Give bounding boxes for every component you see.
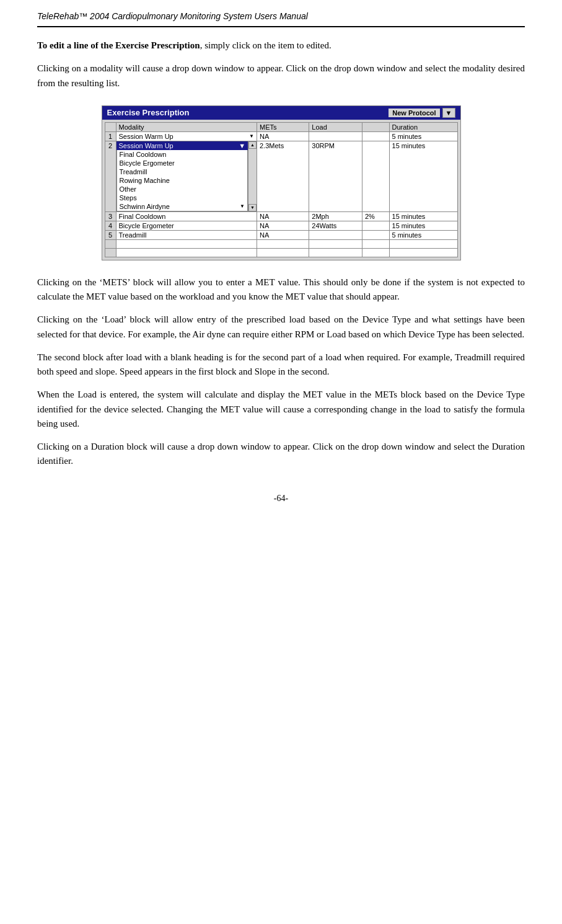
duration-cell-3[interactable]: 15 minutes — [389, 211, 457, 221]
dropdown-selected-text: Session Warm Up — [119, 142, 173, 149]
mets-cell-5[interactable]: NA — [257, 230, 309, 239]
modality-cell-5[interactable]: Treadmill — [116, 230, 257, 239]
col-header-load: Load — [309, 122, 362, 131]
protocol-label: New Protocol — [389, 109, 439, 117]
table-row-empty-2 — [105, 248, 457, 257]
load2-cell-4[interactable] — [362, 221, 389, 230]
row-num-1: 1 — [105, 131, 116, 141]
dropdown-item-rowing[interactable]: Rowing Machine — [117, 176, 248, 185]
load2-cell-1[interactable] — [362, 131, 389, 141]
table-row: 2 Session Warm Up ▼ Fin — [105, 141, 457, 211]
load-cell-1[interactable] — [309, 131, 362, 141]
dropdown-arrow-1[interactable]: ▼ — [249, 133, 254, 139]
load2-cell-2[interactable] — [362, 141, 389, 211]
page-header: TeleRehab™ 2004 Cardiopulmonary Monitori… — [37, 11, 525, 21]
modality-scrollbar: ▲ ▼ — [248, 141, 257, 211]
table-row: 3 Final Cooldown NA 2Mph 2% 15 minutes — [105, 211, 457, 221]
exercise-prescription-box: Exercise Prescription New Protocol ▼ Mod… — [102, 105, 461, 260]
table-row-empty-1 — [105, 239, 457, 248]
row-num-4: 4 — [105, 221, 116, 230]
p1-rest: , simply click on the item to edited. — [200, 40, 331, 50]
ep-table: Modality METs Load Duration 1 Session Wa… — [105, 122, 458, 257]
modality-cell-4[interactable]: Bicycle Ergometer — [116, 221, 257, 230]
load-cell-3[interactable]: 2Mph — [309, 211, 362, 221]
scroll-down-btn[interactable]: ▼ — [248, 204, 257, 211]
modality-dropdown-open: Session Warm Up ▼ Final Cooldown Bicycle… — [116, 141, 257, 211]
dropdown-list: Final Cooldown Bicycle Ergometer Treadmi… — [116, 150, 248, 211]
scroll-up-btn[interactable]: ▲ — [248, 141, 257, 149]
page-footer: -64- — [37, 494, 525, 504]
table-row: 4 Bicycle Ergometer NA 24Watts 15 minute… — [105, 221, 457, 230]
paragraph-4: Clicking on the ‘Load’ block will allow … — [37, 313, 525, 342]
dropdown-item-other[interactable]: Other — [117, 185, 248, 193]
modality-value-4: Bicycle Ergometer — [119, 222, 174, 229]
header-divider — [37, 26, 525, 27]
page-number: -64- — [274, 494, 288, 503]
table-row: 5 Treadmill NA 5 minutes — [105, 230, 457, 239]
mets-cell-2[interactable]: 2.3Mets — [257, 141, 309, 211]
dropdown-selected-row[interactable]: Session Warm Up ▼ — [116, 141, 248, 150]
paragraph-3: Clicking on the ‘METS’ block will allow … — [37, 275, 525, 304]
dropdown-list-wrapper: Session Warm Up ▼ Final Cooldown Bicycle… — [116, 141, 248, 211]
paragraph-7: Clicking on a Duration block will cause … — [37, 440, 525, 469]
ep-title: Exercise Prescription — [107, 108, 190, 117]
modality-value-5: Treadmill — [119, 231, 147, 239]
dropdown-item-schwinn[interactable]: Schwinn Airdyne ▼ — [117, 202, 248, 211]
protocol-dropdown[interactable]: ▼ — [442, 108, 455, 118]
load-cell-5[interactable] — [309, 230, 362, 239]
load2-cell-5[interactable] — [362, 230, 389, 239]
schwinn-label: Schwinn Airdyne — [120, 203, 170, 210]
dropdown-item-cooldown[interactable]: Final Cooldown — [117, 150, 248, 159]
figure-container: Exercise Prescription New Protocol ▼ Mod… — [37, 105, 525, 260]
modality-value-3: Final Cooldown — [119, 213, 166, 220]
col-header-duration: Duration — [389, 122, 457, 131]
dropdown-item-steps[interactable]: Steps — [117, 193, 248, 202]
mets-cell-1[interactable]: NA — [257, 131, 309, 141]
col-header-load2 — [362, 122, 389, 131]
duration-cell-4[interactable]: 15 minutes — [389, 221, 457, 230]
dropdown-item-bicycle[interactable]: Bicycle Ergometer — [117, 159, 248, 167]
paragraph-5: The second block after load with a blank… — [37, 350, 525, 380]
modality-cell-2[interactable]: Session Warm Up ▼ Final Cooldown Bicycle… — [116, 141, 257, 211]
paragraph-1: To edit a line of the Exercise Prescript… — [37, 38, 525, 53]
duration-cell-2[interactable]: 15 minutes — [389, 141, 457, 211]
ep-title-bar: Exercise Prescription New Protocol ▼ — [102, 106, 460, 120]
mets-cell-3[interactable]: NA — [257, 211, 309, 221]
col-header-num — [105, 122, 116, 131]
paragraph-6: When the Load is entered, the system wil… — [37, 388, 525, 431]
modality-cell-3[interactable]: Final Cooldown — [116, 211, 257, 221]
mets-cell-4[interactable]: NA — [257, 221, 309, 230]
load-cell-4[interactable]: 24Watts — [309, 221, 362, 230]
dropdown-arrow-2[interactable]: ▼ — [239, 142, 245, 149]
duration-cell-5[interactable]: 5 minutes — [389, 230, 457, 239]
p1-bold: To edit a line of the Exercise Prescript… — [37, 40, 200, 50]
load2-cell-3[interactable]: 2% — [362, 211, 389, 221]
table-row: 1 Session Warm Up ▼ NA 5 minutes — [105, 131, 457, 141]
row-num-2: 2 — [105, 141, 116, 211]
ep-content: Modality METs Load Duration 1 Session Wa… — [102, 120, 460, 260]
row-num-5: 5 — [105, 230, 116, 239]
modality-cell-1[interactable]: Session Warm Up ▼ — [116, 131, 257, 141]
col-header-modality: Modality — [116, 122, 257, 131]
duration-cell-1[interactable]: 5 minutes — [389, 131, 457, 141]
load-cell-2[interactable]: 30RPM — [309, 141, 362, 211]
scroll-down-icon[interactable]: ▼ — [240, 203, 245, 209]
paragraph-2: Clicking on a modality will cause a drop… — [37, 61, 525, 91]
row-num-3: 3 — [105, 211, 116, 221]
dropdown-item-treadmill[interactable]: Treadmill — [117, 167, 248, 176]
modality-value-1[interactable]: Session Warm Up ▼ — [119, 133, 255, 140]
col-header-mets: METs — [257, 122, 309, 131]
protocol-section: New Protocol ▼ — [389, 108, 455, 118]
